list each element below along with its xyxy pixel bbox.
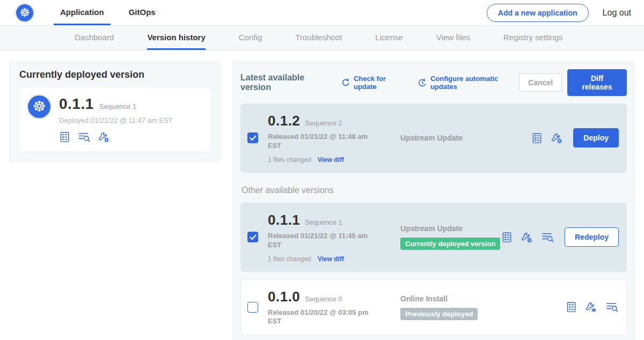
- edit-config-icon[interactable]: [551, 132, 563, 144]
- release-notes-icon[interactable]: [501, 232, 513, 243]
- other-versions-heading: Other available versions: [241, 186, 627, 195]
- released-timestamp: Released 01/21/22 @ 11:45 am EST: [268, 232, 370, 250]
- main-content: Currently deployed version ☸ 0.1.1 Seque…: [0, 50, 644, 340]
- version-history-panel: Latest available version Check for updat…: [232, 61, 635, 340]
- sequence-label: Sequence 1: [305, 218, 342, 226]
- subnav-tab-config[interactable]: Config: [239, 26, 262, 50]
- release-notes-icon[interactable]: [566, 301, 577, 313]
- subnav-tab-view-files[interactable]: View files: [436, 26, 470, 50]
- cancel-button[interactable]: Cancel: [519, 73, 562, 92]
- app-kubernetes-icon: ☸: [28, 95, 50, 118]
- top-nav: ☸ Application GitOps Add a new applicati…: [0, 0, 644, 26]
- released-timestamp: Released 01/21/22 @ 11:48 am EST: [268, 132, 370, 151]
- deployed-version-card: ☸ 0.1.1 Sequence 1 Deployed 01/21/22 @ 1…: [19, 88, 210, 152]
- released-timestamp: Released 01/20/22 @ 03:05 pm EST: [268, 308, 370, 327]
- redeploy-button[interactable]: Redeploy: [565, 227, 619, 247]
- version-row-0-1-1: 0.1.1 Sequence 1 Released 01/21/22 @ 11:…: [240, 203, 627, 272]
- deploy-button[interactable]: Deploy: [573, 128, 619, 147]
- files-changed-label: 1 files changed: [268, 156, 311, 164]
- view-files-icon[interactable]: [605, 301, 619, 313]
- version-number: 0.1.0: [268, 289, 300, 305]
- source-label: Upstream Update: [400, 224, 501, 233]
- version-number: 0.1.1: [268, 212, 300, 228]
- add-new-application-button[interactable]: Add a new application: [487, 4, 589, 22]
- release-notes-icon[interactable]: [531, 132, 543, 144]
- checkmark-icon: [250, 234, 257, 240]
- logout-link[interactable]: Log out: [603, 8, 631, 18]
- source-label: Upstream Update: [400, 134, 531, 142]
- auto-update-icon: [418, 78, 427, 88]
- configure-automatic-updates-link[interactable]: Configure automatic updates: [418, 75, 519, 91]
- configure-automatic-updates-label: Configure automatic updates: [430, 75, 519, 91]
- source-label: Online Install: [400, 294, 566, 303]
- subnav-tab-version-history[interactable]: Version history: [147, 26, 205, 50]
- tab-application[interactable]: Application: [54, 0, 111, 25]
- version-checkbox[interactable]: [247, 302, 258, 313]
- tab-gitops[interactable]: GitOps: [122, 0, 162, 25]
- edit-config-icon[interactable]: [521, 231, 533, 243]
- files-changed-label: 1 files changed: [268, 255, 311, 263]
- version-source: Upstream Update Currently deployed versi…: [378, 224, 501, 250]
- version-row-0-1-0: 0.1.0 Sequence 0 Released 01/20/22 @ 03:…: [240, 279, 627, 336]
- helm-wheel-glyph: ☸: [19, 7, 30, 19]
- currently-deployed-title: Currently deployed version: [19, 69, 210, 80]
- version-info: 0.1.2 Sequence 2 Released 01/21/22 @ 11:…: [268, 113, 378, 164]
- subnav-tab-dashboard[interactable]: Dashboard: [75, 26, 114, 50]
- subnav-tab-troubleshoot[interactable]: Troubleshoot: [295, 26, 342, 50]
- version-checkbox[interactable]: [247, 132, 258, 143]
- edit-config-icon[interactable]: [98, 131, 110, 143]
- subnav-tab-license[interactable]: License: [375, 26, 403, 50]
- version-row-0-1-2: 0.1.2 Sequence 2 Released 01/21/22 @ 11:…: [240, 104, 627, 173]
- version-checkbox[interactable]: [247, 232, 258, 242]
- latest-version-title: Latest available version: [240, 73, 330, 92]
- currently-deployed-badge: Currently deployed version: [400, 238, 500, 250]
- sequence-label: Sequence 2: [305, 119, 342, 127]
- view-config-icon[interactable]: [585, 301, 597, 313]
- version-info: 0.1.0 Sequence 0 Released 01/20/22 @ 03:…: [268, 289, 378, 327]
- checkmark-icon: [250, 135, 257, 141]
- view-files-icon[interactable]: [77, 131, 91, 143]
- sequence-label: Sequence 0: [305, 295, 342, 303]
- view-diff-link[interactable]: View diff: [318, 255, 344, 263]
- app-window: ☸ Application GitOps Add a new applicati…: [0, 0, 644, 340]
- deployed-timestamp: Deployed 01/21/22 @ 11:47 am EST: [59, 116, 173, 124]
- helm-wheel-glyph: ☸: [32, 99, 46, 114]
- deployed-version-info: 0.1.1 Sequence 1 Deployed 01/21/22 @ 11:…: [59, 95, 173, 143]
- version-number: 0.1.2: [268, 113, 300, 129]
- version-info: 0.1.1 Sequence 1 Released 01/21/22 @ 11:…: [268, 212, 378, 263]
- view-files-icon[interactable]: [541, 232, 554, 243]
- version-source: Online Install Previously deployed: [378, 294, 566, 320]
- check-for-update-label: Check for update: [354, 75, 406, 91]
- currently-deployed-card: Currently deployed version ☸ 0.1.1 Seque…: [9, 61, 221, 162]
- previously-deployed-badge: Previously deployed: [400, 308, 478, 320]
- version-source: Upstream Update: [378, 134, 531, 142]
- version-actions: [566, 301, 619, 313]
- latest-version-header: Latest available version Check for updat…: [240, 69, 627, 96]
- version-actions: Deploy: [531, 128, 619, 147]
- deployed-version-number: 0.1.1: [59, 95, 94, 113]
- check-update-icon: [341, 78, 350, 87]
- check-for-update-link[interactable]: Check for update: [341, 75, 406, 91]
- view-diff-link[interactable]: View diff: [318, 156, 344, 164]
- diff-releases-button[interactable]: Diff releases: [567, 69, 627, 96]
- top-nav-tabs: Application GitOps: [54, 0, 162, 25]
- deployed-sequence-label: Sequence 1: [99, 102, 136, 110]
- kubernetes-logo-icon: ☸: [16, 4, 33, 21]
- subnav-tab-registry-settings[interactable]: Registry settings: [503, 26, 563, 50]
- release-notes-icon[interactable]: [59, 131, 70, 143]
- app-sub-nav: Dashboard Version history Config Trouble…: [0, 26, 644, 50]
- version-actions: Redeploy: [501, 227, 619, 247]
